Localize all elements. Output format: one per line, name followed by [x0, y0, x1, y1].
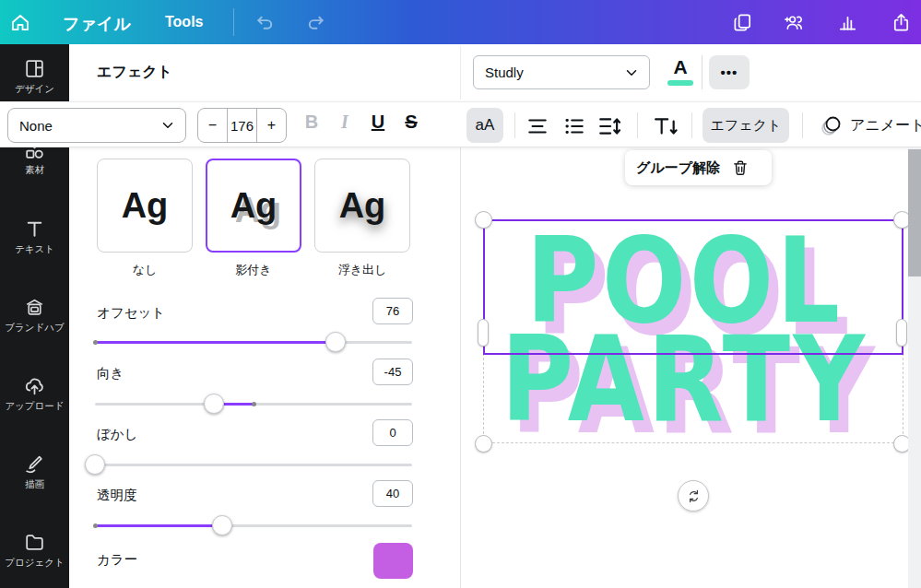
add-people-icon[interactable] — [784, 12, 805, 33]
font-size-decrease-button[interactable]: − — [198, 109, 227, 142]
effect-style-shadow[interactable]: Ag — [206, 159, 301, 253]
effect-font-select[interactable]: None — [7, 108, 186, 143]
draw-pen-icon — [23, 453, 46, 476]
rotate-handle[interactable] — [678, 480, 709, 512]
align-center-icon[interactable] — [525, 114, 549, 138]
toolbar-divider — [691, 112, 692, 138]
italic-button[interactable]: I — [334, 112, 356, 133]
text-icon — [23, 218, 46, 241]
menu-file[interactable]: ファイル — [63, 13, 131, 35]
sidebar-item-brand-hub[interactable]: ブランドハブ — [0, 296, 69, 355]
chevron-down-icon — [159, 117, 176, 134]
canvas-scrollbar-thumb[interactable] — [908, 149, 921, 276]
canvas-scrollbar[interactable] — [908, 147, 921, 588]
pages-icon[interactable] — [732, 12, 753, 33]
animate-icon — [819, 112, 844, 138]
toolbar-divider — [637, 112, 638, 138]
strikethrough-button[interactable]: S — [400, 112, 422, 133]
blur-value-input[interactable]: 0 — [372, 419, 413, 446]
offset-value-input[interactable]: 76 — [372, 298, 413, 324]
design-canvas[interactable]: POOL PARTY グループ解除 — [461, 147, 908, 588]
vertical-text-icon[interactable] — [651, 114, 680, 138]
group-context-toolbar: グループ解除 — [625, 150, 772, 185]
effect-style-none-label: なし — [97, 262, 193, 278]
toolbar-divider — [802, 112, 803, 138]
selection-handle-left[interactable] — [478, 319, 489, 347]
menu-tools[interactable]: Tools — [165, 14, 203, 30]
text-color-button[interactable]: A — [664, 56, 697, 89]
text-color-indicator — [667, 80, 693, 86]
font-family-select[interactable]: Studly — [473, 55, 650, 89]
direction-value-input[interactable]: -45 — [372, 359, 413, 385]
font-size-input[interactable]: 176 — [227, 109, 257, 142]
text-selection-box — [483, 219, 903, 355]
redo-icon[interactable] — [305, 12, 326, 33]
canva-editor-window: ファイル Tools — [0, 0, 921, 588]
effect-style-lift-label: 浮き出し — [314, 262, 410, 278]
effects-button[interactable]: エフェクト — [703, 108, 789, 143]
home-icon[interactable] — [9, 12, 31, 34]
sidebar-item-text[interactable]: テキスト — [0, 218, 69, 276]
color-label: カラー — [97, 551, 137, 569]
offset-label: オフセット — [97, 304, 165, 322]
insights-chart-icon[interactable] — [837, 12, 858, 33]
direction-label: 向き — [97, 365, 124, 382]
line-spacing-icon[interactable] — [596, 114, 623, 138]
topbar-divider — [233, 8, 234, 36]
selection-handle-bottom-right[interactable] — [893, 435, 908, 453]
chevron-down-icon — [623, 65, 640, 81]
selection-handle-top-right[interactable] — [893, 211, 908, 229]
animate-button[interactable]: アニメート — [819, 112, 921, 138]
sidebar-item-draw[interactable]: 描画 — [0, 453, 69, 512]
effects-panel-title: エフェクト — [97, 63, 172, 82]
context-bar: エフェクト Studly A ••• — [69, 44, 921, 101]
brand-hub-icon — [23, 296, 46, 319]
effect-style-lift[interactable]: Ag — [314, 159, 410, 253]
transparency-slider[interactable] — [95, 515, 412, 535]
sidebar-item-projects[interactable]: プロジェクト — [0, 531, 69, 588]
rotate-icon — [686, 488, 702, 504]
text-edit-toolbar: None − 176 + B I U S aA — [0, 101, 921, 147]
transparency-label: 透明度 — [97, 487, 137, 504]
design-icon — [23, 57, 46, 80]
more-options-button[interactable]: ••• — [709, 55, 750, 89]
transparency-slider-thumb[interactable] — [212, 515, 232, 535]
letter-case-button[interactable]: aA — [466, 108, 503, 143]
text-color-letter: A — [664, 56, 697, 78]
toolbar-divider — [514, 112, 515, 138]
effect-font-value: None — [19, 118, 53, 134]
shadow-color-swatch[interactable] — [373, 543, 413, 579]
sidebar-item-uploads[interactable]: アップロード — [0, 374, 69, 433]
offset-slider-thumb[interactable] — [325, 332, 346, 352]
upload-cloud-icon — [23, 374, 46, 397]
selection-handle-top-left[interactable] — [475, 211, 492, 229]
font-size-stepper: − 176 + — [197, 108, 287, 143]
bullet-list-icon[interactable] — [562, 114, 586, 138]
context-bar-divider — [702, 55, 703, 89]
effect-style-none[interactable]: Ag — [97, 159, 193, 253]
offset-slider[interactable] — [95, 332, 412, 352]
top-menu-bar: ファイル Tools — [0, 0, 921, 44]
projects-folder-icon — [23, 531, 46, 554]
panel-canvas-divider — [460, 46, 461, 100]
blur-slider[interactable] — [95, 454, 412, 475]
share-icon[interactable] — [891, 12, 912, 33]
selection-handle-right[interactable] — [896, 319, 907, 347]
blur-slider-thumb[interactable] — [85, 454, 105, 475]
undo-icon[interactable] — [254, 12, 276, 33]
animate-label: アニメート — [850, 116, 921, 135]
ungroup-button[interactable]: グループ解除 — [636, 159, 720, 177]
bold-button[interactable]: B — [301, 112, 323, 133]
trash-icon[interactable] — [731, 159, 750, 177]
direction-slider[interactable] — [95, 394, 412, 414]
font-size-increase-button[interactable]: + — [257, 109, 286, 142]
effect-style-shadow-label: 影付き — [206, 262, 301, 278]
direction-slider-thumb[interactable] — [204, 394, 224, 414]
font-family-value: Studly — [485, 65, 524, 80]
transparency-value-input[interactable]: 40 — [372, 480, 413, 507]
effects-panel: Ag Ag Ag なし 影付き 浮き出し オフセット 76 向き -45 ぼかし… — [69, 147, 461, 588]
selection-handle-bottom-left[interactable] — [475, 435, 492, 453]
blur-label: ぼかし — [97, 426, 138, 443]
underline-button[interactable]: U — [367, 112, 389, 133]
